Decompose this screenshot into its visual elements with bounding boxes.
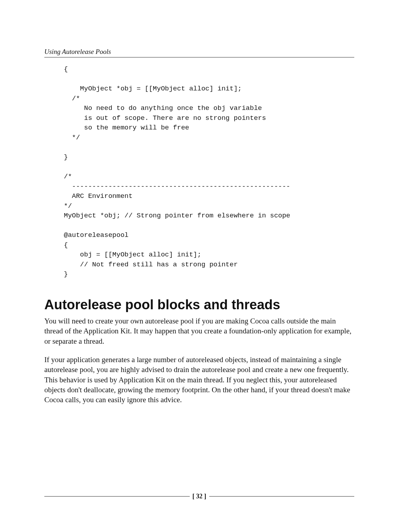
code-block: { MyObject *obj = [[MyObject alloc] init… xyxy=(64,65,354,279)
page-footer: [ 32 ] xyxy=(44,493,354,500)
body-paragraph-1: You will need to create your own autorel… xyxy=(44,316,354,346)
section-heading: Autorelease pool blocks and threads xyxy=(44,297,354,312)
page-number: [ 32 ] xyxy=(190,493,209,500)
footer-rule-right xyxy=(209,496,355,497)
page: Using Autorelease Pools { MyObject *obj … xyxy=(0,0,411,532)
running-header: Using Autorelease Pools xyxy=(44,48,354,57)
body-paragraph-2: If your application generates a large nu… xyxy=(44,355,354,405)
footer-rule-left xyxy=(44,496,190,497)
